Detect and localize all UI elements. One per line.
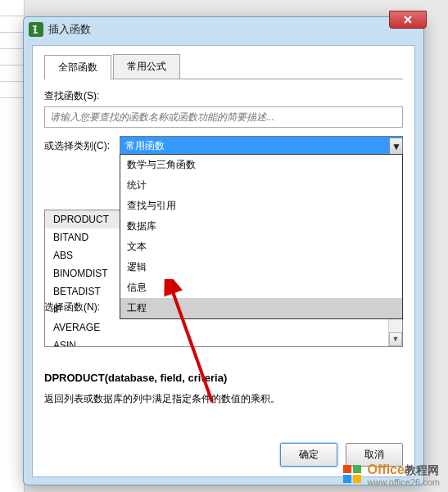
- signature-args: (database, field, criteria): [105, 372, 228, 384]
- category-selected: 常用函数: [125, 139, 165, 153]
- category-combobox[interactable]: 常用函数 ▼ 数学与三角函数 统计 查找与引用 数据库 文本 逻辑 信息 工程: [120, 136, 403, 156]
- category-option[interactable]: 信息: [120, 278, 402, 298]
- function-description: 返回列表或数据库的列中满足指定条件的数值的乘积。: [44, 392, 403, 406]
- dialog-title: 插入函数: [48, 22, 91, 37]
- category-option[interactable]: 数学与三角函数: [120, 155, 402, 175]
- search-input[interactable]: [44, 106, 403, 128]
- tab-common-formulas[interactable]: 常用公式: [113, 54, 180, 79]
- watermark-brand: Office: [368, 463, 405, 476]
- tab-strip: 全部函数 常用公式: [44, 54, 403, 79]
- svg-rect-3: [343, 475, 351, 483]
- function-signature: DPRODUCT(database, field, criteria): [44, 372, 403, 384]
- list-item[interactable]: ASIN: [45, 336, 388, 346]
- app-icon: [29, 22, 43, 37]
- watermark-brand-cn: 教程网: [405, 463, 439, 476]
- watermark-url: www.office26.com: [368, 477, 440, 487]
- close-icon: [403, 15, 413, 25]
- insert-function-dialog: 插入函数 全部函数 常用公式 查找函数(S): 或选择类别(C): 常用函数 ▼…: [23, 16, 424, 485]
- tab-all-functions[interactable]: 全部函数: [44, 55, 111, 79]
- watermark: Office教程网 www.office26.com: [342, 463, 440, 487]
- category-option[interactable]: 查找与引用: [120, 196, 402, 216]
- watermark-logo-icon: [342, 463, 364, 486]
- titlebar[interactable]: 插入函数: [24, 17, 423, 42]
- ok-button[interactable]: 确定: [280, 443, 337, 467]
- signature-name: DPRODUCT: [44, 372, 105, 384]
- category-option[interactable]: 工程: [120, 298, 402, 318]
- close-button[interactable]: [389, 11, 427, 29]
- category-option[interactable]: 数据库: [120, 216, 402, 237]
- category-label: 或选择类别(C):: [44, 139, 120, 153]
- category-option[interactable]: 逻辑: [120, 257, 402, 278]
- search-label: 查找函数(S):: [44, 89, 403, 103]
- chevron-down-icon[interactable]: ▼: [389, 138, 402, 155]
- list-item[interactable]: AVERAGE: [45, 318, 388, 336]
- svg-rect-2: [353, 465, 361, 473]
- dialog-content: 全部函数 常用公式 查找函数(S): 或选择类别(C): 常用函数 ▼ 数学与三…: [32, 45, 415, 477]
- scroll-down-icon[interactable]: ▼: [389, 332, 402, 346]
- category-option[interactable]: 统计: [120, 175, 402, 196]
- category-dropdown: 数学与三角函数 统计 查找与引用 数据库 文本 逻辑 信息 工程: [120, 154, 403, 319]
- spreadsheet-rowheader: [0, 0, 25, 492]
- category-option[interactable]: 文本: [120, 237, 402, 257]
- svg-rect-4: [353, 475, 361, 483]
- svg-rect-1: [343, 465, 351, 473]
